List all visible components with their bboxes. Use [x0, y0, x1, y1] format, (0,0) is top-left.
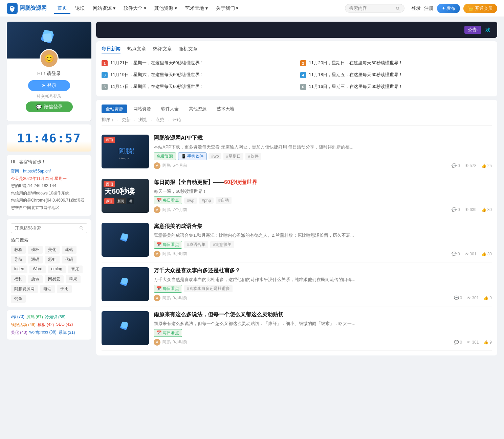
logo[interactable]: 阿鹏资源网: [7, 3, 47, 14]
hot-tag-1[interactable]: 模板: [28, 246, 43, 254]
hot-tag-0[interactable]: 教程: [11, 246, 26, 254]
hot-tag-8[interactable]: index: [11, 265, 27, 273]
post-tag-3-1[interactable]: #喜欢李白多还是杜甫多: [184, 285, 233, 292]
post-tag-1-1[interactable]: #wp: [184, 198, 197, 204]
tag-count-template[interactable]: 模板 (42): [38, 322, 54, 328]
hot-tag-15[interactable]: 苹果: [66, 275, 81, 283]
post-desc-0: 本站APP下载，更多资源每天查看 无需输入网址，更加方便快捷好用 每日活动分享，…: [154, 144, 492, 151]
hot-tag-10[interactable]: emlog: [48, 265, 66, 273]
nav-item-software[interactable]: 软件大全 ▾: [120, 3, 150, 14]
nav-item-home[interactable]: 首页: [54, 3, 70, 14]
nav-item-other[interactable]: 其他资源 ▾: [151, 3, 180, 14]
nav-item-forum[interactable]: 论坛: [72, 3, 88, 14]
news-title-3[interactable]: 11月18日，星期五，在这里每天60秒读懂世界！: [309, 72, 403, 78]
register-link[interactable]: 注册: [424, 5, 434, 11]
post-title-1[interactable]: 每日简报【全自动更新】——60秒读懂世界: [154, 179, 492, 186]
hot-tag-3[interactable]: 建站: [62, 246, 76, 254]
post-tag-0-3[interactable]: #星期日: [223, 153, 243, 160]
hot-tag-7[interactable]: 代码: [62, 256, 76, 263]
tag-count-system[interactable]: 系统 (31): [59, 330, 75, 336]
tag-count-wp[interactable]: wp (70): [11, 314, 24, 320]
news-title-0[interactable]: 11月21日，星期一，在这里每天60秒读懂世界！: [110, 60, 204, 66]
post-stats-1: 💬 0 👁 639 👍 30: [452, 207, 492, 212]
post-tag-0-1[interactable]: 📱 手机软件: [178, 153, 206, 160]
svg-text:阿鹏资: 阿鹏资: [118, 147, 134, 155]
post-thumb-icon-4: [117, 320, 134, 337]
hot-tag-11[interactable]: 音乐: [68, 265, 83, 273]
post-item-4: 雨原来有这么多说法，但每一个怎么又都这么灵动贴切 雨原来有这么多说法，但每一个怎…: [102, 306, 492, 351]
res-tab-all[interactable]: 全站资源: [102, 105, 127, 113]
post-tag-0-0[interactable]: 免费资源: [154, 153, 176, 160]
post-title-0[interactable]: 阿鹏资源网APP下载: [154, 135, 492, 142]
hot-tag-5[interactable]: 源码: [28, 256, 43, 263]
hot-tag-9[interactable]: Word: [29, 265, 46, 273]
hot-tag-13[interactable]: 旋转: [28, 275, 43, 283]
hot-tag-18[interactable]: 子比: [57, 285, 72, 293]
stat-views-4: 👁 301: [467, 340, 479, 345]
post-tag-2-1[interactable]: #成语合集: [184, 241, 208, 248]
hot-tag-16[interactable]: 阿鹏资源网: [11, 285, 38, 293]
sort-prefix[interactable]: 排序 ↕: [102, 117, 114, 123]
post-tag-4-0[interactable]: 📅 每日看点: [154, 329, 182, 337]
hot-tag-14[interactable]: 网易云: [45, 275, 64, 283]
hot-tag-17[interactable]: 电话: [40, 285, 55, 293]
sort-update[interactable]: 更新: [122, 117, 131, 123]
sidebar-search-input[interactable]: [15, 226, 77, 231]
post-title-4[interactable]: 雨原来有这么多说法，但每一个怎么又都这么灵动贴切: [154, 311, 492, 318]
visitor-site[interactable]: 官网：https://55ap.cn/: [11, 168, 87, 175]
news-tab-daily[interactable]: 每日新闻: [102, 46, 120, 53]
hot-tag-6[interactable]: 彩虹: [45, 256, 60, 263]
post-tag-1-2[interactable]: #php: [199, 198, 214, 204]
tag-count-knowledge[interactable]: 冷知识 (58): [45, 314, 66, 320]
header-search-input[interactable]: [349, 6, 393, 11]
post-tag-0-4[interactable]: #软件: [245, 153, 261, 160]
tag-count-source[interactable]: 源码 (67): [26, 314, 43, 320]
tag-count-seo[interactable]: SEO (42): [56, 322, 73, 328]
search-card: 热门搜索 教程 模板 美化 建站 导航 源码 彩虹 代码 index Word …: [7, 219, 91, 307]
hot-tag-4[interactable]: 导航: [11, 256, 26, 263]
news-tab-hot[interactable]: 热点文章: [127, 46, 146, 53]
news-title-4[interactable]: 11月17日，星期四，在这里每天60秒读懂世界！: [110, 84, 204, 90]
nav-item-about[interactable]: 关于我们 ▾: [213, 3, 242, 14]
res-tab-other[interactable]: 其他资源: [185, 105, 211, 113]
sort-comment[interactable]: 评论: [172, 117, 181, 123]
author-name-1: 阿鹏: [162, 207, 171, 213]
post-title-2[interactable]: 寓意很美的成语合集: [154, 223, 492, 230]
tag-count-wordpress[interactable]: wordpress (38): [29, 330, 57, 336]
res-tab-software[interactable]: 软件大全: [157, 105, 183, 113]
hot-tag-19[interactable]: 钓鱼: [11, 295, 26, 303]
svg-rect-12: [121, 322, 128, 328]
user-avatar-area: 😊 HI！请登录 ➤ 登录 社交帐号登录 💬 微信登录: [7, 59, 91, 121]
post-tag-1-0[interactable]: 📅 每日看点: [154, 197, 182, 204]
news-item-0: 1 11月21日，星期一，在这里每天60秒读懂世界！: [102, 58, 293, 68]
post-tag-0-2[interactable]: #wp: [209, 153, 221, 159]
wechat-login-button[interactable]: 💬 微信登录: [26, 101, 73, 112]
news-tab-hot-comment[interactable]: 热评文章: [153, 46, 172, 53]
sort-like[interactable]: 点赞: [155, 117, 164, 123]
post-desc-3: 万千大众当然是喜欢李白的比杜甫多，这跟他们的诗作水平没什么关系，纯粹跟他们在民间…: [154, 276, 492, 283]
tag-count-activity[interactable]: 线报活动 (49): [11, 322, 36, 328]
nav-item-art[interactable]: 艺术天地 ▾: [182, 3, 211, 14]
post-tag-3-0[interactable]: 📅 每日看点: [154, 285, 182, 293]
news-item-3: 4 11月18日，星期五，在这里每天60秒读懂世界！: [300, 70, 492, 80]
post-tag-1-3[interactable]: #自动: [216, 197, 232, 204]
res-tab-art[interactable]: 艺术天地: [213, 105, 238, 113]
hot-tag-12[interactable]: 福利: [11, 275, 26, 283]
sidebar-search-icon[interactable]: [79, 226, 84, 230]
tag-count-beauty[interactable]: 美化 (40): [11, 330, 27, 336]
news-tab-random[interactable]: 随机文章: [179, 46, 198, 53]
news-title-5[interactable]: 11月16日，星期三，在这里每天60秒读懂世界！: [309, 84, 403, 90]
nav-item-website[interactable]: 网站资源 ▾: [89, 3, 119, 14]
news-title-1[interactable]: 11月20日，星期日，在这里每天60秒读懂世界！: [309, 60, 403, 66]
vip-button[interactable]: 👑 开通会员: [463, 4, 497, 13]
res-tab-website[interactable]: 网站资源: [129, 105, 155, 113]
post-tag-2-2[interactable]: #寓意很美: [210, 241, 234, 248]
sort-view[interactable]: 浏览: [138, 117, 147, 123]
login-main-button[interactable]: ➤ 登录: [28, 80, 70, 91]
news-title-2[interactable]: 11月19日，星期六，在这里每天60秒读懂世界！: [110, 72, 204, 78]
post-tag-2-0[interactable]: 📅 每日看点: [154, 241, 182, 249]
hot-tag-2[interactable]: 美化: [45, 246, 60, 254]
publish-button[interactable]: ✦ 发布: [437, 4, 460, 13]
post-title-3[interactable]: 万千大众是喜欢李白多还是杜甫多？: [154, 267, 492, 274]
login-link[interactable]: 登录: [411, 5, 421, 11]
